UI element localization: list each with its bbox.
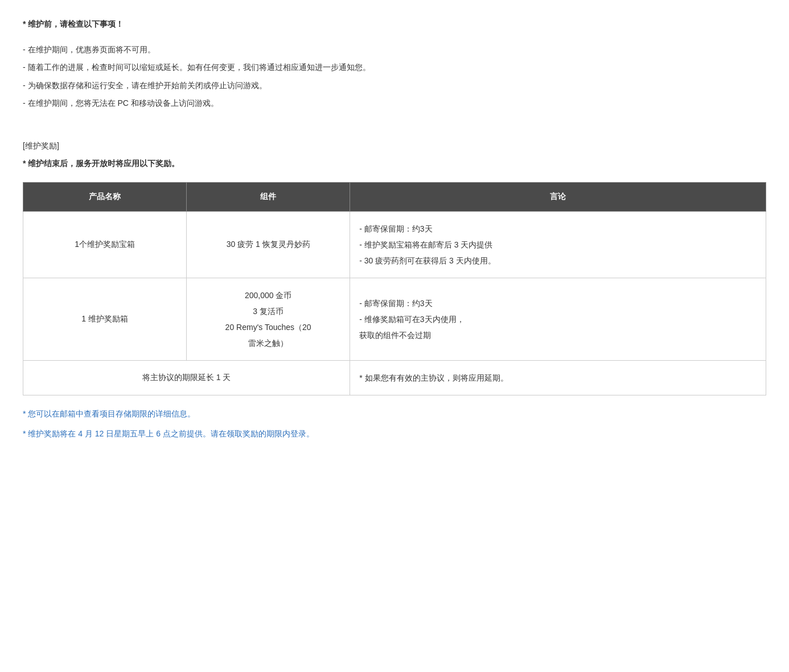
footer-note-1: * 您可以在邮箱中查看项目存储期限的详细信息。 bbox=[23, 407, 766, 421]
reward-section: [维护奖励] * 维护结束后，服务开放时将应用以下奖励。 bbox=[23, 139, 766, 171]
prereq-list: - 在维护期间，优惠券页面将不可用。 - 随着工作的进展，检查时间可以缩短或延长… bbox=[23, 43, 766, 110]
prereq-item-3: - 为确保数据存储和运行安全，请在维护开始前关闭或停止访问游戏。 bbox=[23, 79, 766, 93]
product-merged-cell: 将主协议的期限延长 1 天 bbox=[23, 360, 350, 395]
footer-note-2: * 维护奖励将在 4 月 12 日星期五早上 6 点之前提供。请在领取奖励的期限… bbox=[23, 427, 766, 441]
table-header-component: 组件 bbox=[187, 183, 350, 211]
footer-notes: * 您可以在邮箱中查看项目存储期限的详细信息。 * 维护奖励将在 4 月 12 … bbox=[23, 407, 766, 441]
remarks-cell-2: - 邮寄保留期：约3天 - 维修奖励箱可在3天内使用， 获取的组件不会过期 bbox=[350, 278, 766, 360]
table-header-product: 产品名称 bbox=[23, 183, 187, 211]
remarks-cell-1: - 邮寄保留期：约3天 - 维护奖励宝箱将在邮寄后 3 天内提供 - 30 疲劳… bbox=[350, 211, 766, 278]
prereq-title: * 维护前，请检查以下事项！ bbox=[23, 17, 766, 31]
reward-intro: * 维护结束后，服务开放时将应用以下奖励。 bbox=[23, 156, 766, 171]
table-header-remarks: 言论 bbox=[350, 183, 766, 211]
product-cell-1: 1个维护奖励宝箱 bbox=[23, 211, 187, 278]
component-cell-1: 30 疲劳 1 恢复灵丹妙药 bbox=[187, 211, 350, 278]
table-row: 1 维护奖励箱 200,000 金币 3 复活币 20 Remy's Touch… bbox=[23, 278, 766, 360]
component-cell-2: 200,000 金币 3 复活币 20 Remy's Touches（20 雷米… bbox=[187, 278, 350, 360]
reward-table: 产品名称 组件 言论 1个维护奖励宝箱 30 疲劳 1 恢复灵丹妙药 - 邮寄保… bbox=[23, 182, 766, 395]
prereq-item-4: - 在维护期间，您将无法在 PC 和移动设备上访问游戏。 bbox=[23, 96, 766, 110]
table-row: 将主协议的期限延长 1 天 * 如果您有有效的主协议，则将应用延期。 bbox=[23, 360, 766, 395]
remarks-cell-3: * 如果您有有效的主协议，则将应用延期。 bbox=[350, 360, 766, 395]
table-row: 1个维护奖励宝箱 30 疲劳 1 恢复灵丹妙药 - 邮寄保留期：约3天 - 维护… bbox=[23, 211, 766, 278]
product-cell-2: 1 维护奖励箱 bbox=[23, 278, 187, 360]
reward-label: [维护奖励] bbox=[23, 139, 766, 153]
prereq-item-2: - 随着工作的进展，检查时间可以缩短或延长。如有任何变更，我们将通过相应通知进一… bbox=[23, 60, 766, 75]
prereq-item-1: - 在维护期间，优惠券页面将不可用。 bbox=[23, 43, 766, 57]
